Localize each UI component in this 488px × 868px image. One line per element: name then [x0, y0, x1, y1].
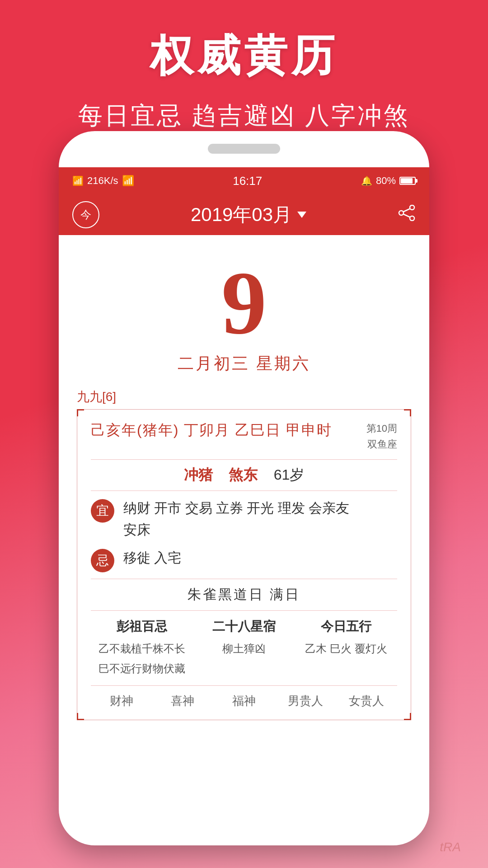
svg-point-0 — [410, 205, 414, 210]
today-label: 今 — [80, 208, 91, 222]
chong-text: 冲猪 — [184, 467, 213, 483]
zhuri-text: 朱雀黑道日 满日 — [91, 585, 397, 604]
divider-3 — [91, 579, 397, 579]
week-text: 第10周 — [366, 420, 397, 436]
week-zodiac: 第10周 双鱼座 — [366, 420, 397, 452]
status-left: 📶 216K/s 📶 — [72, 175, 134, 187]
month-display-text: 2019年03月 — [191, 202, 292, 227]
ji-row: 忌 移徙 入宅 — [91, 547, 397, 572]
month-selector[interactable]: 2019年03月 — [191, 202, 306, 227]
yi-label: 宜 — [96, 502, 109, 519]
svg-line-4 — [404, 214, 410, 217]
bottom-item-4: 女贵人 — [336, 693, 397, 709]
battery-icon — [399, 177, 416, 185]
xiu-col: 二十八星宿 柳土獐凶 — [193, 618, 295, 678]
speed-text: 216K/s — [87, 175, 118, 187]
svg-point-1 — [410, 216, 414, 221]
sha-text: 煞东 — [229, 467, 258, 483]
top-promo-section: 权威黄历 每日宜忌 趋吉避凶 八字冲煞 — [0, 0, 488, 151]
info-section: 九九[6] 己亥年(猪年) 丁卯月 乙巳日 甲申时 第10周 双鱼座 冲猪 — [77, 379, 411, 729]
xiu-title: 二十八星宿 — [197, 618, 291, 635]
wuxing-title: 今日五行 — [300, 618, 393, 635]
status-right: 🔔 80% — [361, 175, 416, 187]
peng-zu-title: 彭祖百忌 — [95, 618, 188, 635]
xiu-content: 柳土獐凶 — [197, 639, 291, 658]
watermark: tRA — [440, 840, 461, 854]
yi-badge: 宜 — [91, 499, 114, 523]
zodiac-text: 双鱼座 — [366, 436, 397, 452]
trad-header: 己亥年(猪年) 丁卯月 乙巳日 甲申时 第10周 双鱼座 — [91, 420, 397, 452]
yi-content: 纳财 开市 交易 立券 开光 理发 会亲友安床 — [123, 497, 397, 541]
battery-percent: 80% — [376, 175, 396, 187]
phone-speaker — [208, 144, 280, 154]
peng-zu-col: 彭祖百忌 乙不栽植千株不长 巳不远行财物伏藏 — [91, 618, 193, 678]
ji-content: 移徙 入宅 — [123, 547, 397, 569]
divider-4 — [91, 610, 397, 611]
jiujiu-label: 九九[6] — [77, 388, 411, 406]
alarm-icon: 🔔 — [361, 175, 372, 186]
share-button[interactable] — [398, 205, 416, 225]
ji-badge: 忌 — [91, 549, 114, 572]
bottom-item-1: 喜神 — [152, 693, 214, 709]
today-button[interactable]: 今 — [72, 201, 99, 228]
svg-point-2 — [399, 211, 404, 215]
day-number: 9 — [77, 258, 411, 348]
bottom-item-0: 财神 — [91, 693, 152, 709]
trad-date-text: 己亥年(猪年) 丁卯月 乙巳日 甲申时 — [91, 420, 332, 440]
card-corner-bl — [77, 713, 84, 720]
status-bar: 📶 216K/s 📶 16:17 🔔 80% — [59, 167, 429, 194]
lunar-date-text: 二月初三 星期六 — [77, 353, 411, 375]
divider-2 — [91, 491, 397, 491]
age-text: 61岁 — [274, 467, 305, 483]
calendar-content: 9 二月初三 星期六 九九[6] 己亥年(猪年) 丁卯月 乙巳日 甲申时 第10… — [59, 235, 429, 738]
app-header: 今 2019年03月 — [59, 194, 429, 235]
card-corner-br — [404, 713, 411, 720]
wifi-icon: 📶 — [122, 175, 134, 187]
chong-sha-row: 冲猪 煞东 61岁 — [91, 465, 397, 485]
dropdown-arrow-icon — [297, 212, 306, 218]
bottom-item-2: 福神 — [213, 693, 275, 709]
card-corner-tr — [404, 409, 411, 416]
main-title: 权威黄历 — [0, 27, 488, 86]
card-corner-tl — [77, 409, 84, 416]
peng-zu-content: 乙不栽植千株不长 巳不远行财物伏藏 — [95, 639, 188, 678]
three-cols: 彭祖百忌 乙不栽植千株不长 巳不远行财物伏藏 二十八星宿 柳土獐凶 今日五行 乙… — [91, 618, 397, 678]
traditional-info-card: 己亥年(猪年) 丁卯月 乙巳日 甲申时 第10周 双鱼座 冲猪 煞东 61岁 — [77, 409, 411, 720]
divider-1 — [91, 459, 397, 460]
sub-title: 每日宜忌 趋吉避凶 八字冲煞 — [0, 99, 488, 132]
bottom-row: 财神 喜神 福神 男贵人 女贵人 — [91, 685, 397, 709]
bottom-item-3: 男贵人 — [275, 693, 336, 709]
yi-row: 宜 纳财 开市 交易 立券 开光 理发 会亲友安床 — [91, 497, 397, 541]
ji-label: 忌 — [96, 552, 109, 569]
phone-mockup: 📶 216K/s 📶 16:17 🔔 80% 今 2019年03月 — [59, 131, 429, 845]
wuxing-content: 乙木 巳火 覆灯火 — [300, 639, 393, 658]
wuxing-col: 今日五行 乙木 巳火 覆灯火 — [295, 618, 397, 678]
signal-icon: 📶 — [72, 175, 84, 186]
svg-line-3 — [404, 208, 410, 212]
date-display: 9 二月初三 星期六 — [77, 244, 411, 379]
status-time: 16:17 — [233, 174, 262, 188]
